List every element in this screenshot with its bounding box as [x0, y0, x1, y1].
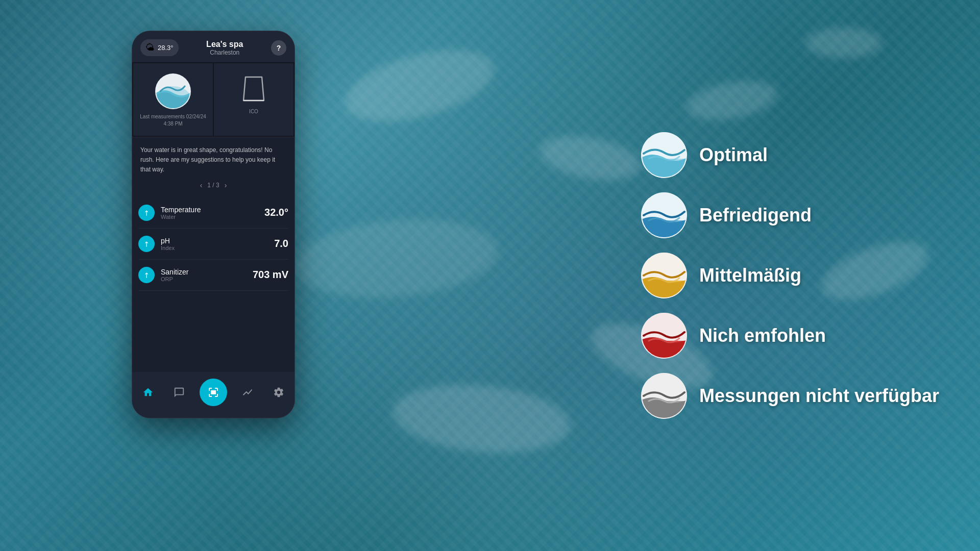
unavailable-label: Messungen nicht verfügbar	[699, 385, 939, 407]
optimal-icon	[641, 132, 687, 178]
legend-optimal: Optimal	[641, 132, 939, 178]
status-legend: Optimal Befriedigend	[641, 132, 939, 419]
nav-scan-button[interactable]	[200, 379, 227, 406]
arrow-icon: ↗	[141, 270, 152, 280]
satisfactory-water-icon	[641, 192, 687, 238]
ico-card[interactable]: ICO	[214, 63, 293, 136]
legend-unavailable: Messungen nicht verfügbar	[641, 373, 939, 419]
nav-chat-button[interactable]	[168, 381, 190, 404]
temperature-info: Temperature Water	[161, 206, 258, 220]
arrow-icon: ↗	[141, 239, 152, 249]
sanitizer-value: 703 mV	[253, 269, 288, 281]
moderate-label: Mittelmäßig	[699, 265, 801, 286]
ico-device-icon	[241, 74, 266, 104]
sanitizer-row[interactable]: ↗ Sanitizer ORP 703 mV	[138, 260, 288, 291]
ph-label: pH	[161, 237, 268, 245]
measurements-section: ↗ Temperature Water 32.0° ↗ pH Index 7.0…	[132, 197, 295, 291]
moderate-icon	[641, 253, 687, 298]
settings-icon	[273, 387, 284, 398]
temperature-row[interactable]: ↗ Temperature Water 32.0°	[138, 197, 288, 229]
ph-info: pH Index	[161, 237, 268, 251]
next-page-button[interactable]: ›	[225, 181, 227, 189]
unavailable-water-icon	[641, 373, 687, 419]
temperature-sub: Water	[161, 214, 258, 220]
sanitizer-label: Sanitizer	[161, 268, 247, 276]
phone-header: 🌤 28.3° Lea's spa Charleston ?	[132, 31, 295, 62]
ico-icon	[241, 73, 266, 104]
bottom-navigation	[132, 372, 295, 418]
pagination: ‹ 1 / 3 ›	[140, 181, 286, 189]
not-recommended-water-icon	[641, 313, 687, 359]
nav-settings-button[interactable]	[267, 381, 290, 404]
ph-icon-btn: ↗	[138, 236, 155, 252]
satisfactory-icon	[641, 192, 687, 238]
arrow-icon: ↗	[141, 208, 152, 218]
spa-name: Lea's spa	[206, 40, 243, 49]
water-quality-icon	[155, 73, 191, 109]
sanitizer-sub: ORP	[161, 276, 247, 282]
ph-sub: Index	[161, 245, 268, 251]
cards-row: Last measurements 02/24/24 4:38 PM ICO	[132, 62, 295, 137]
sanitizer-info: Sanitizer ORP	[161, 268, 247, 282]
spa-location: Charleston	[206, 49, 243, 56]
phone-app: 🌤 28.3° Lea's spa Charleston ?	[132, 31, 295, 418]
chat-icon	[174, 387, 185, 398]
message-section: Your water is in great shape, congratula…	[132, 137, 295, 197]
nav-graph-button[interactable]	[236, 381, 259, 404]
legend-satisfactory: Befriedigend	[641, 192, 939, 238]
moderate-water-icon	[641, 253, 687, 298]
prev-page-button[interactable]: ‹	[200, 181, 203, 189]
optimal-label: Optimal	[699, 144, 768, 166]
weather-icon: 🌤	[145, 42, 155, 53]
ico-label: ICO	[249, 108, 258, 115]
weather-badge: 🌤 28.3°	[140, 39, 179, 56]
not-recommended-icon	[641, 313, 687, 359]
graph-icon	[242, 387, 253, 398]
message-text: Your water is in great shape, congratula…	[140, 145, 286, 175]
foam-decoration	[805, 28, 882, 58]
temperature-label: Temperature	[161, 206, 258, 214]
water-quality-card[interactable]: Last measurements 02/24/24 4:38 PM	[133, 63, 213, 136]
legend-not-recommended: Nich emfohlen	[641, 313, 939, 359]
page-indicator: 1 / 3	[207, 182, 219, 189]
ph-row[interactable]: ↗ pH Index 7.0	[138, 229, 288, 260]
sanitizer-icon-btn: ↗	[138, 267, 155, 283]
optimal-water-icon	[641, 132, 687, 178]
spa-title: Lea's spa Charleston	[206, 40, 243, 56]
weather-temperature: 28.3°	[158, 44, 174, 52]
temperature-value: 32.0°	[264, 207, 288, 218]
legend-moderate: Mittelmäßig	[641, 253, 939, 298]
help-button[interactable]: ?	[271, 40, 286, 56]
temperature-icon-btn: ↗	[138, 205, 155, 221]
unavailable-icon	[641, 373, 687, 419]
scan-icon	[207, 386, 219, 398]
measurements-label: Last measurements 02/24/24 4:38 PM	[139, 113, 207, 128]
nav-home-button[interactable]	[137, 381, 159, 404]
ph-value: 7.0	[274, 238, 288, 249]
satisfactory-label: Befriedigend	[699, 205, 812, 226]
home-icon	[142, 387, 154, 398]
not-recommended-label: Nich emfohlen	[699, 325, 826, 346]
